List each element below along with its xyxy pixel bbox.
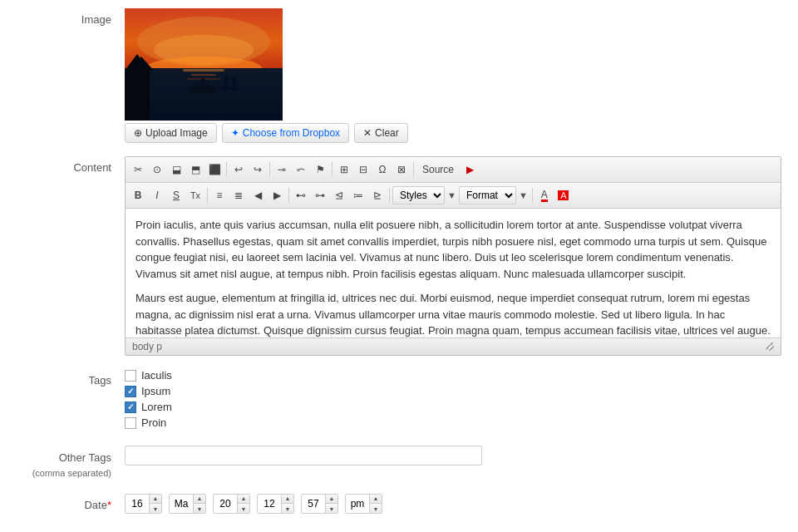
tag-checkbox[interactable] [125,386,136,397]
spinner-up-min[interactable]: ▲ [326,494,337,504]
spinner-value-day[interactable] [126,498,149,510]
specialchar-button[interactable]: Ω [373,160,392,179]
spinner-up-hour[interactable]: ▲ [282,494,293,504]
outdent-button[interactable]: ◀ [249,186,267,204]
image-buttons: ⊕ Upload Image ✦ Choose from Dropbox ✕ C… [125,123,781,143]
other-tags-content [125,446,781,466]
tag-checkbox[interactable] [125,370,136,382]
tag-label: Proin [141,416,166,429]
svg-point-11 [189,85,219,93]
underline-button[interactable]: S [167,186,185,204]
editor-content-area[interactable]: Proin iaculis, ante quis varius accumsan… [126,209,781,337]
paste-text-button[interactable]: ⬒ [186,160,204,179]
indent-button[interactable]: ▶ [268,186,286,204]
undo-button[interactable]: ↩ [229,160,248,179]
tag-item: Proin [125,416,781,429]
editor-paragraph-1: Proin iaculis, ante quis varius accumsan… [135,217,771,282]
spinner-down-month[interactable]: ▼ [194,504,205,514]
toolbar-sep-2 [269,162,270,177]
editor-wrapper-container: ✂ ⊙ ⬓ ⬒ ⬛ ↩ ↪ ⊸ ⤺ ⚑ ⊞ ⊟ Ω ⊠ [125,156,781,356]
spinner-up-ampm[interactable]: ▲ [370,494,382,504]
spinner-value-ampm[interactable] [346,498,369,510]
upload-image-button[interactable]: ⊕ Upload Image [125,123,217,143]
styles-select[interactable]: Styles [392,186,445,204]
spinner-value-year[interactable] [214,498,237,510]
toolbar-sep-1 [226,162,227,177]
date-spinner-year: ▲▼ [213,494,250,514]
tag-checkbox[interactable] [125,417,136,429]
toolbar-row-1: ✂ ⊙ ⬓ ⬒ ⬛ ↩ ↪ ⊸ ⤺ ⚑ ⊞ ⊟ Ω ⊠ [126,157,781,183]
paste-word-button[interactable]: ⬛ [205,160,224,179]
required-indicator: * [107,499,111,511]
spinner-value-hour[interactable] [258,498,281,510]
image-button[interactable]: ⊞ [335,160,353,179]
editor-paragraph-2: Maurs est augue, elementum at fringilla … [135,290,771,337]
unorderedlist-button[interactable]: ≡ [210,186,229,204]
unlink-button[interactable]: ⤺ [292,160,310,179]
editor-statusbar: body p [126,337,781,355]
toolbar-sep-7 [389,188,390,203]
date-fields-row: ▲▼ ▲▼ ▲▼ ▲▼ ▲▼ ▲▼ [125,494,781,514]
font-bg-color-button[interactable]: A [554,186,573,204]
spinner-down-hour[interactable]: ▼ [282,504,293,514]
image-preview [125,8,283,121]
aligncenter-button[interactable]: ≔ [349,186,367,204]
removeformat-button[interactable]: Tx [186,186,204,204]
image-content: ⊕ Upload Image ✦ Choose from Dropbox ✕ C… [125,8,781,143]
table-button[interactable]: ⊟ [354,160,372,179]
bold-button[interactable]: B [129,186,147,204]
spinner-down-day[interactable]: ▼ [150,504,161,514]
other-tags-input[interactable] [125,446,482,466]
alignleft-button[interactable]: ⊴ [330,186,348,204]
date-spinner-ampm: ▲▼ [345,494,382,514]
clear-icon: ✕ [363,127,372,139]
fullscreen-button[interactable]: ⊠ [392,160,411,179]
date-spinner-min: ▲▼ [301,494,338,514]
div-button[interactable]: ⊶ [311,186,329,204]
spinner-up-year[interactable]: ▲ [238,494,249,504]
clear-button[interactable]: ✕ Clear [354,123,408,143]
font-color-button[interactable]: A [535,186,554,204]
blockquote-button[interactable]: ⊷ [292,186,310,204]
spinner-down-year[interactable]: ▼ [238,504,249,514]
tags-list: IaculisIpsumLoremProin [125,369,781,429]
cut-button[interactable]: ✂ [129,160,147,179]
spinner-up-day[interactable]: ▲ [150,494,161,504]
tags-label: Tags [17,369,125,387]
toolbar-sep-5 [207,188,208,203]
italic-button[interactable]: I [148,186,166,204]
upload-icon: ⊕ [134,127,142,139]
other-tags-row: Other Tags (comma separated) [17,446,781,480]
tag-item: Ipsum [125,385,781,397]
toolbar-sep-4 [413,162,414,177]
svg-rect-12 [201,78,203,90]
link-button[interactable]: ⊸ [273,160,291,179]
tag-label: Iaculis [141,369,172,382]
spinner-up-month[interactable]: ▲ [194,494,205,504]
svg-rect-6 [191,74,216,76]
date-spinner-hour: ▲▼ [257,494,294,514]
form-container: Image [0,0,798,532]
svg-rect-5 [183,69,224,71]
spinner-value-min[interactable] [302,498,325,510]
svg-rect-14 [125,71,150,121]
paste-button[interactable]: ⬓ [167,160,185,179]
orderedlist-button[interactable]: ≣ [229,186,248,204]
date-row: Date* ▲▼ ▲▼ ▲▼ ▲▼ ▲▼ ▲▼ [17,494,781,514]
resize-handle[interactable] [766,342,774,351]
dropbox-button[interactable]: ✦ Choose from Dropbox [222,123,349,143]
anchor-button[interactable]: ⚑ [311,160,329,179]
source-button[interactable]: Source [416,160,460,179]
redo-button[interactable]: ↪ [249,160,267,179]
spinner-value-month[interactable] [170,498,193,510]
spinner-down-min[interactable]: ▼ [326,504,337,514]
copy-button[interactable]: ⊙ [148,160,166,179]
image-row: Image [17,8,781,143]
alignright-button[interactable]: ⊵ [368,186,387,204]
toolbar-row-2: B I S Tx ≡ ≣ ◀ ▶ ⊷ ⊶ ⊴ ≔ ⊵ [126,183,781,209]
format-select[interactable]: Format [459,186,516,204]
youtube-button[interactable]: ▶ [461,160,479,179]
content-label: Content [17,156,125,174]
spinner-down-ampm[interactable]: ▼ [370,504,382,514]
tag-checkbox[interactable] [125,401,136,413]
